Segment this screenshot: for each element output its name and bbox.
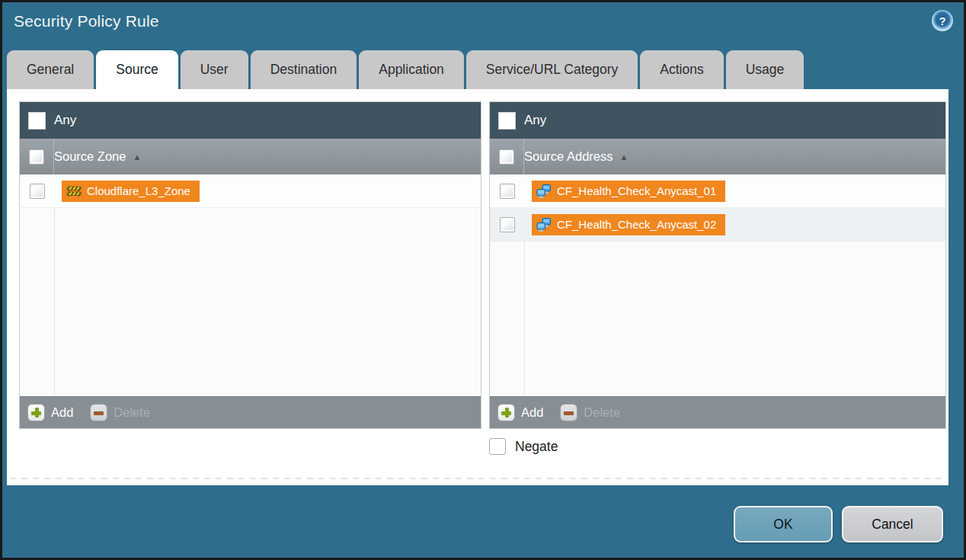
table-row[interactable]: Cloudflare_L3_Zone <box>20 174 481 208</box>
tab-usage[interactable]: Usage <box>726 50 804 89</box>
add-icon <box>27 404 45 421</box>
source-address-footer: Add Delete <box>490 396 945 428</box>
zone-icon <box>66 184 82 199</box>
negate-row: Negate <box>489 438 558 455</box>
add-button[interactable]: Add <box>27 404 73 421</box>
tab-source[interactable]: Source <box>96 50 178 89</box>
address-object-chip[interactable]: CF_Health_Check_Anycast_02 <box>532 214 725 235</box>
tab-bar: General Source User Destination Applicat… <box>7 50 804 89</box>
content-bottom-dots <box>10 478 945 479</box>
security-policy-rule-dialog: Security Policy Rule ? General Source Us… <box>2 2 964 558</box>
row-checkbox[interactable] <box>500 184 515 199</box>
tab-destination[interactable]: Destination <box>251 50 357 89</box>
add-label: Add <box>51 405 73 420</box>
tab-service-url-category[interactable]: Service/URL Category <box>466 50 638 89</box>
table-row[interactable]: CF_Health_Check_Anycast_02 <box>490 208 945 242</box>
row-checkbox[interactable] <box>30 184 45 199</box>
tab-general[interactable]: General <box>7 50 94 89</box>
add-icon <box>497 404 515 421</box>
zone-object-label: Cloudflare_L3_Zone <box>87 184 190 197</box>
delete-icon <box>560 404 577 421</box>
tab-user[interactable]: User <box>181 50 248 89</box>
negate-label: Negate <box>515 439 558 455</box>
tab-actions[interactable]: Actions <box>640 50 723 89</box>
address-object-chip[interactable]: CF_Health_Check_Anycast_01 <box>532 181 725 202</box>
delete-label: Delete <box>114 405 150 420</box>
source-tab-content: Any Source Zone ▲ <box>7 89 948 485</box>
negate-checkbox[interactable] <box>489 438 506 455</box>
source-address-column-header[interactable]: Source Address ▲ <box>490 139 945 174</box>
cancel-button[interactable]: Cancel <box>842 506 943 542</box>
source-zone-any-label: Any <box>54 113 76 128</box>
zone-object-chip[interactable]: Cloudflare_L3_Zone <box>62 181 200 202</box>
help-icon[interactable]: ? <box>932 10 953 31</box>
add-button[interactable]: Add <box>497 404 543 421</box>
source-zone-panel: Any Source Zone ▲ <box>19 101 481 429</box>
source-zone-footer: Add Delete <box>20 396 481 428</box>
table-row[interactable]: CF_Health_Check_Anycast_01 <box>490 174 945 208</box>
address-object-label: CF_Health_Check_Anycast_01 <box>557 184 716 197</box>
ok-button[interactable]: OK <box>734 506 833 542</box>
add-label: Add <box>521 405 543 420</box>
address-object-label: CF_Health_Check_Anycast_02 <box>557 218 716 231</box>
delete-button[interactable]: Delete <box>560 404 620 421</box>
tab-application[interactable]: Application <box>359 50 464 89</box>
sort-asc-icon: ▲ <box>133 152 141 162</box>
source-address-any-checkbox[interactable] <box>498 112 516 130</box>
source-address-select-all-checkbox[interactable] <box>499 149 514 165</box>
delete-button[interactable]: Delete <box>90 404 150 421</box>
source-address-rows: CF_Health_Check_Anycast_01 <box>490 174 945 396</box>
source-address-column-label: Source Address <box>524 149 613 164</box>
source-zone-any-checkbox[interactable] <box>28 112 46 130</box>
source-zone-column-label: Source Zone <box>54 149 126 164</box>
source-zone-select-all-checkbox[interactable] <box>29 149 44 165</box>
delete-label: Delete <box>584 405 620 420</box>
row-checkbox[interactable] <box>500 217 515 232</box>
source-zone-rows: Cloudflare_L3_Zone <box>20 174 481 396</box>
source-zone-column-header[interactable]: Source Zone ▲ <box>20 139 481 174</box>
delete-icon <box>90 404 107 421</box>
source-address-any-label: Any <box>524 113 546 128</box>
source-address-panel: Any Source Address ▲ <box>489 101 946 429</box>
source-address-any-header: Any <box>490 102 945 139</box>
source-zone-any-header: Any <box>20 102 481 139</box>
dialog-title: Security Policy Rule <box>14 12 159 30</box>
sort-asc-icon: ▲ <box>619 152 628 162</box>
address-icon <box>536 217 552 232</box>
address-icon <box>536 184 552 199</box>
dialog-frame: Security Policy Rule ? General Source Us… <box>0 0 966 560</box>
